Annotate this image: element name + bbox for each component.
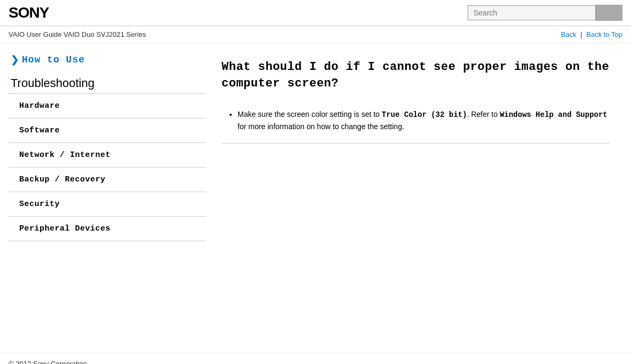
content-area: What should I do if I cannot see proper … — [200, 43, 631, 353]
header: SONY — [0, 0, 631, 26]
copyright-text: © 2012 Sony Corporation — [9, 360, 87, 364]
list-item: Make sure the screen color setting is se… — [238, 108, 610, 133]
sony-logo: SONY — [9, 4, 49, 21]
bullet-text-end: for more information on how to change th… — [238, 122, 404, 131]
troubleshooting-header: Troubleshooting — [9, 76, 200, 90]
sidebar-item-security[interactable]: Security — [9, 192, 200, 216]
bullet-text-mid: . Refer to — [467, 110, 500, 118]
nav-separator: | — [580, 30, 582, 38]
color-setting-text: True Color (32 bit) — [382, 110, 467, 119]
back-to-top-link[interactable]: Back to Top — [586, 30, 622, 38]
sidebar-item-software[interactable]: Software — [9, 118, 200, 143]
content-divider — [222, 143, 610, 144]
main-layout: ❯ How to Use Troubleshooting Hardware So… — [0, 43, 631, 353]
sidebar: ❯ How to Use Troubleshooting Hardware So… — [0, 43, 200, 353]
chevron-right-icon: ❯ — [11, 54, 19, 66]
breadcrumb: VAIO User Guide VAIO Duo SVJ2021 Series — [9, 30, 146, 38]
how-to-use-section: ❯ How to Use — [9, 54, 200, 66]
how-to-use-label: How to Use — [22, 54, 85, 65]
search-button[interactable] — [596, 5, 622, 21]
sidebar-item-backup-recovery[interactable]: Backup / Recovery — [9, 168, 200, 192]
footer: © 2012 Sony Corporation — [0, 353, 631, 364]
windows-help-text: Windows Help and Support — [500, 110, 608, 119]
page-title: What should I do if I cannot see proper … — [222, 59, 610, 92]
sidebar-item-network-internet[interactable]: Network / Internet — [9, 143, 200, 167]
sidebar-item-peripheral-devices[interactable]: Peripheral Devices — [9, 217, 200, 241]
breadcrumb-bar: VAIO User Guide VAIO Duo SVJ2021 Series … — [0, 26, 631, 43]
sidebar-divider-6 — [9, 241, 206, 241]
search-container — [468, 5, 622, 21]
back-link[interactable]: Back — [561, 30, 577, 38]
content-bullet-list: Make sure the screen color setting is se… — [222, 108, 610, 133]
bullet-text-intro: Make sure the screen color setting is se… — [238, 110, 382, 118]
sidebar-item-hardware[interactable]: Hardware — [9, 94, 200, 118]
search-input[interactable] — [468, 5, 596, 20]
nav-links: Back | Back to Top — [561, 30, 622, 38]
